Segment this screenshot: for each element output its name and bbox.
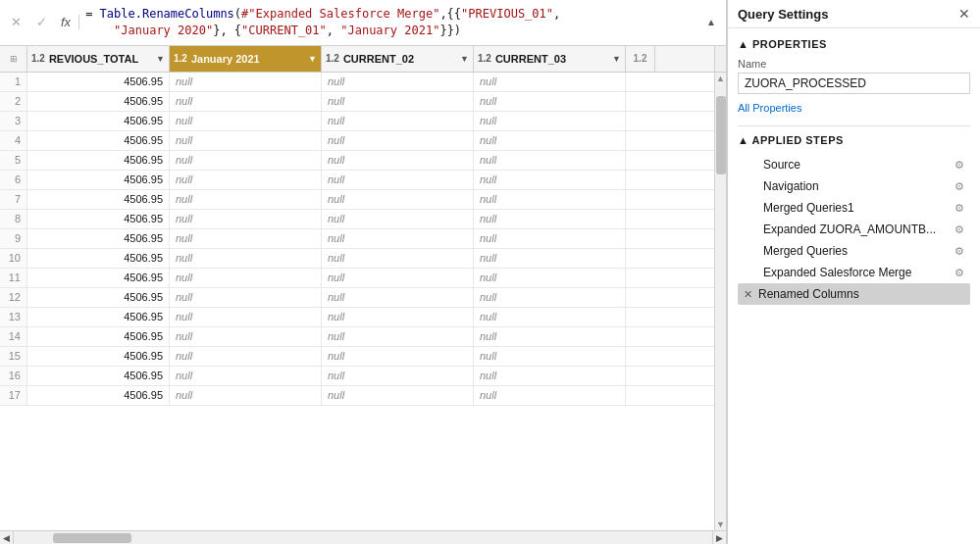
scroll-h-thumb[interactable] <box>53 533 131 543</box>
table-row[interactable]: 54506.95nullnullnull <box>0 151 714 171</box>
current-03-cell: null <box>474 269 626 287</box>
current-02-cell: null <box>322 151 474 170</box>
row-number-cell: 7 <box>0 190 27 209</box>
step-gear-icon-merged_queries1[interactable]: ⚙ <box>954 202 964 215</box>
current-03-cell: null <box>474 151 626 170</box>
current-02-cell: null <box>322 269 474 287</box>
dropdown-arrow-current-03[interactable]: ▼ <box>612 54 621 64</box>
step-item-expanded_salesforce[interactable]: Expanded Salesforce Merge⚙ <box>738 262 970 283</box>
row-num-header: ⊞ <box>0 46 27 72</box>
table-row[interactable]: 94506.95nullnullnull <box>0 229 714 249</box>
table-row[interactable]: 154506.95nullnullnull <box>0 347 714 367</box>
step-item-source[interactable]: Source⚙ <box>738 154 970 175</box>
scrollbar-header-spacer <box>714 46 726 73</box>
scroll-thumb[interactable] <box>716 96 726 174</box>
step-label-expanded_zuora: Expanded ZUORA_AMOUNTB... <box>763 223 936 236</box>
dropdown-arrow-current-02[interactable]: ▼ <box>460 54 469 64</box>
formula-confirm-icon[interactable]: ✓ <box>31 13 51 32</box>
row-number-cell: 14 <box>0 327 27 346</box>
current-03-cell: null <box>474 92 626 111</box>
col-label-previous-total: REVIOUS_TOTAL <box>49 53 138 65</box>
col-header-previous-total[interactable]: 1.2 REVIOUS_TOTAL ▼ <box>27 46 170 72</box>
row-number-cell: 1 <box>0 73 27 91</box>
fx-label: fx <box>57 15 79 29</box>
formula-cancel-icon[interactable]: ✕ <box>6 13 26 32</box>
scroll-right-button[interactable]: ▶ <box>712 531 726 544</box>
dropdown-arrow-january-2021[interactable]: ▼ <box>308 54 317 64</box>
vertical-scrollbar[interactable]: ▲ ▼ <box>714 73 726 530</box>
scroll-down-button[interactable]: ▼ <box>715 519 726 530</box>
col-label-current-03: CURRENT_03 <box>495 53 566 65</box>
dropdown-arrow-previous-total[interactable]: ▼ <box>156 54 165 64</box>
january-2021-cell: null <box>170 171 322 189</box>
step-item-renamed_columns[interactable]: ✕Renamed Columns <box>738 283 970 305</box>
table-row[interactable]: 164506.95nullnullnull <box>0 367 714 386</box>
col-header-january-2021[interactable]: 1.2 January 2021 ▼ <box>170 46 322 72</box>
query-name-input[interactable] <box>738 73 970 94</box>
scroll-track[interactable] <box>14 531 712 544</box>
current-02-cell: null <box>322 229 474 248</box>
col-label-current-02: CURRENT_02 <box>343 53 414 65</box>
table-row[interactable]: 134506.95nullnullnull <box>0 308 714 327</box>
january-2021-cell: null <box>170 367 322 385</box>
step-gear-icon-source[interactable]: ⚙ <box>954 159 964 172</box>
main-area: ✕ ✓ fx = Table.RenameColumns(#"Expanded … <box>0 0 727 544</box>
grid-container: ⊞ 1.2 REVIOUS_TOTAL ▼ 1.2 January 2021 ▼… <box>0 46 726 544</box>
table-row[interactable]: 104506.95nullnullnull <box>0 249 714 269</box>
current-02-cell: null <box>322 171 474 189</box>
formula-expand-icon[interactable]: ▲ <box>702 14 720 31</box>
table-row[interactable]: 84506.95nullnullnull <box>0 210 714 229</box>
step-item-merged_queries[interactable]: Merged Queries⚙ <box>738 240 970 262</box>
previous-total-cell: 4506.95 <box>27 190 170 209</box>
scroll-up-button[interactable]: ▲ <box>715 73 726 84</box>
table-row[interactable]: 34506.95nullnullnull <box>0 112 714 131</box>
query-settings-close-button[interactable]: ✕ <box>958 6 970 22</box>
table-row[interactable]: 64506.95nullnullnull <box>0 171 714 190</box>
january-2021-cell: null <box>170 151 322 170</box>
step-gear-icon-merged_queries[interactable]: ⚙ <box>954 245 964 258</box>
table-row[interactable]: 14506.95nullnullnull <box>0 73 714 92</box>
january-2021-cell: null <box>170 112 322 130</box>
previous-total-cell: 4506.95 <box>27 386 170 405</box>
step-item-merged_queries1[interactable]: Merged Queries1⚙ <box>738 197 970 219</box>
scroll-left-button[interactable]: ◀ <box>0 531 14 544</box>
current-03-cell: null <box>474 210 626 228</box>
previous-total-cell: 4506.95 <box>27 131 170 150</box>
step-label-merged_queries1: Merged Queries1 <box>763 201 854 215</box>
row-number-cell: 10 <box>0 249 27 268</box>
column-header-row: ⊞ 1.2 REVIOUS_TOTAL ▼ 1.2 January 2021 ▼… <box>0 46 714 73</box>
query-settings-panel: Query Settings ✕ ▲ PROPERTIES Name All P… <box>727 0 980 544</box>
step-delete-icon[interactable]: ✕ <box>744 288 752 301</box>
table-row[interactable]: 44506.95nullnullnull <box>0 131 714 151</box>
query-settings-title: Query Settings <box>738 7 828 22</box>
step-gear-icon-expanded_zuora[interactable]: ⚙ <box>954 223 964 236</box>
current-02-cell: null <box>322 210 474 228</box>
table-row[interactable]: 24506.95nullnullnull <box>0 92 714 112</box>
row-number-cell: 17 <box>0 386 27 405</box>
previous-total-cell: 4506.95 <box>27 288 170 307</box>
table-row[interactable]: 74506.95nullnullnull <box>0 190 714 210</box>
current-03-cell: null <box>474 288 626 307</box>
col-header-current-02[interactable]: 1.2 CURRENT_02 ▼ <box>322 46 474 72</box>
all-properties-link[interactable]: All Properties <box>738 102 970 114</box>
previous-total-cell: 4506.95 <box>27 269 170 287</box>
horizontal-scrollbar[interactable]: ◀ ▶ <box>0 530 726 544</box>
table-row[interactable]: 124506.95nullnullnull <box>0 288 714 308</box>
type-icon-january-2021: 1.2 <box>174 53 187 64</box>
table-row[interactable]: 114506.95nullnullnull <box>0 269 714 288</box>
section-divider <box>738 125 970 126</box>
step-gear-icon-expanded_salesforce[interactable]: ⚙ <box>954 267 964 279</box>
step-label-expanded_salesforce: Expanded Salesforce Merge <box>763 266 911 279</box>
table-row[interactable]: 144506.95nullnullnull <box>0 327 714 347</box>
current-02-cell: null <box>322 131 474 150</box>
step-gear-icon-navigation[interactable]: ⚙ <box>954 180 964 193</box>
previous-total-cell: 4506.95 <box>27 308 170 326</box>
col-header-current-03[interactable]: 1.2 CURRENT_03 ▼ <box>474 46 626 72</box>
row-number-cell: 15 <box>0 347 27 366</box>
table-row[interactable]: 174506.95nullnullnull <box>0 386 714 406</box>
previous-total-cell: 4506.95 <box>27 73 170 91</box>
step-item-navigation[interactable]: Navigation⚙ <box>738 175 970 197</box>
step-item-expanded_zuora[interactable]: Expanded ZUORA_AMOUNTB...⚙ <box>738 219 970 240</box>
january-2021-cell: null <box>170 327 322 346</box>
row-number-cell: 12 <box>0 288 27 307</box>
